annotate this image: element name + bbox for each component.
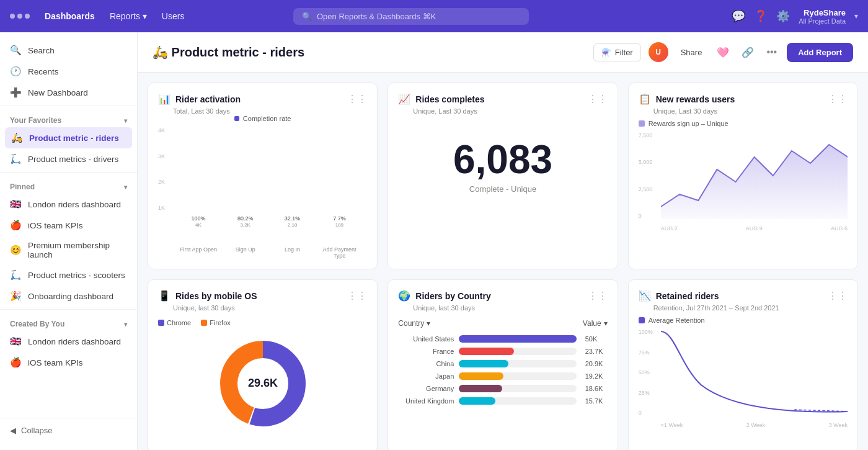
search-icon: 🔍 — [302, 12, 312, 21]
sidebar-recents[interactable]: 🕐 Recents — [0, 61, 137, 82]
sidebar-item-london[interactable]: 🇬🇧 London riders dashboard — [0, 194, 137, 215]
bar-fill — [459, 397, 495, 405]
horizontal-bars: United States 50K France 23.7K — [398, 335, 607, 405]
bar-fill — [459, 385, 502, 392]
legend-dot — [639, 317, 645, 323]
chevron-down-icon: ▾ — [124, 184, 127, 191]
nav-users[interactable]: Users — [162, 11, 185, 21]
sidebar-search[interactable]: 🔍 Search — [0, 40, 137, 61]
card-title-row: 📋 New rewards users — [639, 93, 735, 105]
legend-dot — [234, 116, 239, 121]
help-icon[interactable]: ❓ — [754, 9, 768, 23]
section-created[interactable]: Created By You ▾ — [0, 312, 137, 331]
svg-text:29.6K: 29.6K — [248, 377, 278, 389]
share-button[interactable]: Share — [676, 45, 707, 60]
donut-legend: Chrome Firefox — [158, 319, 367, 326]
retention-svg — [661, 329, 848, 416]
bar-row-uk: United Kingdom 15.7K — [398, 397, 607, 405]
filter-icon: ⚗️ — [601, 48, 611, 57]
legend-dot — [639, 120, 645, 127]
sidebar-item-premium[interactable]: 😊 Premium membership launch — [0, 236, 137, 264]
notification-icon[interactable]: 💬 — [732, 9, 745, 23]
section-pinned[interactable]: Pinned ▾ — [0, 175, 137, 194]
divider — [0, 172, 137, 173]
settings-icon[interactable]: ⚙️ — [776, 9, 790, 23]
sidebar-item-ios[interactable]: 🍎 iOS team KPIs — [0, 215, 137, 236]
bar-row-jp: Japan 19.2K — [398, 372, 607, 380]
add-report-button[interactable]: Add Report — [787, 43, 853, 62]
card-header: 📊 Rider activation ⋮⋮ — [158, 93, 367, 105]
bar-fill — [459, 335, 576, 343]
sidebar-item-onboarding[interactable]: 🎉 Onboarding dashboard — [0, 286, 137, 307]
sidebar-item-london2[interactable]: 🇬🇧 London riders dashboard — [0, 331, 137, 352]
heart-icon[interactable]: 🩷 — [714, 44, 732, 61]
value-col-header[interactable]: Value ▾ — [583, 319, 608, 328]
bar-row-us: United States 50K — [398, 335, 607, 343]
mobile-icon: 📱 — [158, 290, 170, 302]
sidebar-new-dashboard[interactable]: ➕ New Dashboard — [0, 82, 137, 103]
card-header: 🌍 Riders by Country ⋮⋮ — [398, 290, 607, 302]
chrome-legend-dot — [158, 320, 164, 326]
sidebar-item-drivers[interactable]: 🛴 Product metrics - drivers — [0, 148, 137, 169]
card-header: 📈 Rides completes ⋮⋮ — [398, 93, 607, 105]
user-info: RydeShare All Project Data — [799, 8, 846, 25]
bar-fill — [459, 360, 508, 367]
country-col-header[interactable]: Country ▾ — [398, 319, 430, 328]
card-menu-icon[interactable]: ⋮⋮ — [828, 93, 848, 105]
card-title-row: 📉 Retained riders — [639, 290, 719, 302]
sidebar-item-scooters[interactable]: 🛴 Product metrics - scooters — [0, 264, 137, 286]
card-title-row: 🌍 Riders by Country — [398, 290, 490, 302]
content-area: 🛵 Product metric - riders ⚗️ Filter U Sh… — [138, 32, 868, 450]
card-menu-icon[interactable]: ⋮⋮ — [588, 93, 608, 105]
topnav-right: 💬 ❓ ⚙️ RydeShare All Project Data ▾ — [732, 8, 858, 25]
card-header: 📋 New rewards users ⋮⋮ — [639, 93, 848, 105]
topnav: Dashboards Reports ▾ Users 🔍 Open Report… — [0, 0, 868, 32]
divider — [0, 309, 137, 310]
bar-row-fr: France 23.7K — [398, 348, 607, 355]
sidebar: 🔍 Search 🕐 Recents ➕ New Dashboard Your … — [0, 32, 138, 450]
retention-legend: Average Retention — [639, 317, 848, 324]
chart-icon: 📊 — [158, 93, 170, 105]
link-icon[interactable]: 🔗 — [739, 44, 756, 61]
sidebar-collapse[interactable]: ◀ Collapse — [0, 418, 137, 443]
rides-mobile-os-card: 📱 Rides by mobile OS ⋮⋮ Unique, last 30 … — [148, 279, 378, 450]
dashboard-grid: 📊 Rider activation ⋮⋮ Total, Last 30 day… — [138, 73, 868, 450]
nav-reports[interactable]: Reports ▾ — [110, 11, 147, 21]
y-axis: 7,500 5,000 2,500 0 — [639, 132, 661, 219]
nav-dashboards[interactable]: Dashboards — [45, 11, 95, 21]
card-subtitle: Unique, Last 30 days — [653, 107, 848, 115]
retention-chart: 100% 75% 50% 25% 0 <1 Week 2 Week 3 — [639, 329, 848, 428]
sidebar-item-riders[interactable]: 🛵 Product metric - riders — [5, 127, 132, 148]
bar-legend: Completion rate — [158, 115, 367, 122]
rider-activation-card: 📊 Rider activation ⋮⋮ Total, Last 30 day… — [148, 83, 378, 269]
bar-fill — [459, 372, 503, 380]
retained-riders-card: 📉 Retained riders ⋮⋮ Retention, Jul 27th… — [628, 279, 858, 450]
donut-svg: 29.6K — [213, 334, 312, 433]
chart-icon: 📈 — [398, 93, 410, 105]
bar-row-de: Germany 18.6K — [398, 385, 607, 392]
plus-icon: ➕ — [10, 87, 22, 98]
card-subtitle: Unique, Last 30 days — [413, 107, 607, 115]
card-subtitle: Retention, Jul 27th 2021 – Sept 2nd 2021 — [653, 304, 848, 312]
donut-chart: 29.6K — [158, 334, 367, 433]
chart-icon: 📋 — [639, 93, 651, 105]
filter-button[interactable]: ⚗️ Filter — [593, 43, 641, 61]
sidebar-item-ios2[interactable]: 🍎 iOS team KPIs — [0, 352, 137, 373]
card-subtitle: Unique, last 30 days — [413, 304, 607, 312]
more-icon[interactable]: ••• — [764, 44, 779, 60]
section-favorites[interactable]: Your Favorites ▾ — [0, 109, 137, 127]
card-header: 📉 Retained riders ⋮⋮ — [639, 290, 848, 302]
card-title-row: 📊 Rider activation — [158, 93, 241, 105]
user-menu-chevron[interactable]: ▾ — [854, 12, 858, 20]
card-title-row: 📈 Rides completes — [398, 93, 484, 105]
globe-icon: 🌍 — [398, 290, 410, 302]
card-menu-icon[interactable]: ⋮⋮ — [347, 290, 367, 302]
card-menu-icon[interactable]: ⋮⋮ — [347, 93, 367, 105]
global-search[interactable]: 🔍 Open Reports & Dashboards ⌘K — [293, 8, 529, 25]
search-icon: 🔍 — [10, 45, 22, 56]
dashboard-header: 🛵 Product metric - riders ⚗️ Filter U Sh… — [138, 32, 868, 73]
card-menu-icon[interactable]: ⋮⋮ — [828, 290, 848, 302]
avatar: U — [649, 42, 668, 62]
area-chart: 7,500 5,000 2,500 0 — [639, 132, 848, 232]
card-menu-icon[interactable]: ⋮⋮ — [588, 290, 608, 302]
